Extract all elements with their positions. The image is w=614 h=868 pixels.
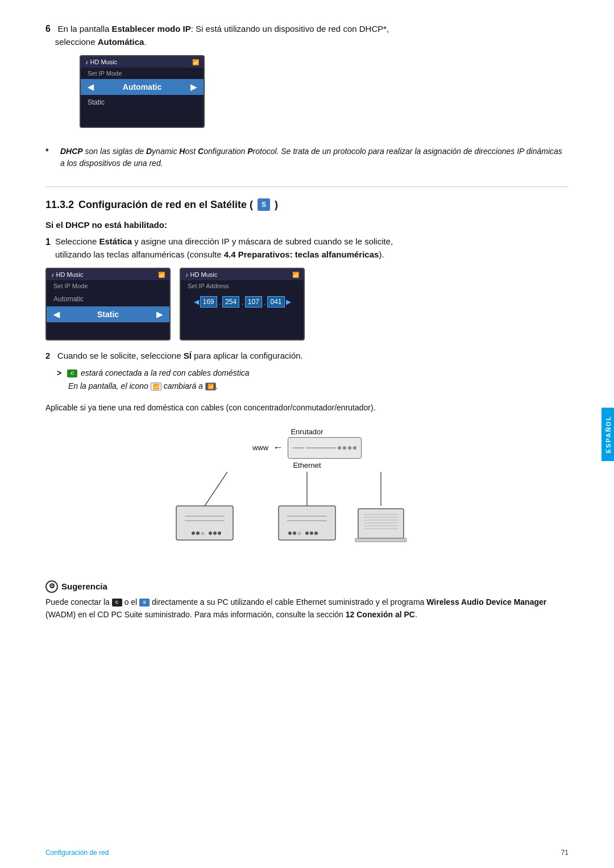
screen-set-ip-address: ♪ HD Music 📶 Set IP Address ◀ 169 . 254 … bbox=[180, 268, 305, 340]
sugerencia-title: ⚙ Sugerencia bbox=[45, 580, 569, 593]
svg-point-9 bbox=[209, 531, 212, 535]
music-icon-right: ♪ HD Music bbox=[185, 271, 217, 278]
step-1-description: Seleccione Estática y asigne una direcci… bbox=[55, 235, 393, 261]
screen-set-ip-mode-static: ♪ HD Music 📶 Set IP Mode Automatic ◀ Sta… bbox=[45, 268, 171, 340]
static-selected: ◀ Static ▶ bbox=[47, 306, 169, 322]
router-dot-3 bbox=[348, 446, 351, 450]
signal-icon-right: 📶 bbox=[292, 272, 299, 278]
svg-rect-21 bbox=[358, 509, 404, 538]
step-6-number: 6 bbox=[45, 24, 51, 34]
asterisk-symbol: * bbox=[45, 146, 55, 169]
svg-point-18 bbox=[305, 531, 309, 535]
ip-address-display: ◀ 169 . 254 . 107 . 041 ▶ bbox=[181, 292, 304, 312]
left-arrow-router: ← bbox=[273, 442, 283, 454]
ip-seg-4: 041 bbox=[267, 296, 284, 308]
ip-arrow-right: ▶ bbox=[286, 298, 291, 306]
side-tab-espanol: ESPAÑOL bbox=[601, 407, 614, 460]
network-svg: ⊙ ⊙ bbox=[159, 472, 455, 563]
screen-spacer-left bbox=[47, 322, 169, 339]
set-ip-mode-label-left: Set IP Mode bbox=[47, 280, 169, 292]
section-title-text: Configuración de red en el Satélite ( bbox=[78, 199, 253, 211]
ip-dot-1: . bbox=[219, 298, 221, 306]
arrow-symbol: > bbox=[57, 367, 61, 379]
section-number: 11.3.2 bbox=[45, 199, 74, 211]
satellite-icon: S bbox=[258, 198, 270, 211]
sugerencia-label: Sugerencia bbox=[61, 580, 107, 593]
router-box bbox=[288, 437, 362, 459]
step-6-section: 6 En la pantalla Establecer modo IP: Si … bbox=[45, 23, 569, 130]
section-title-close: ) bbox=[275, 199, 278, 211]
svg-point-19 bbox=[310, 531, 313, 535]
svg-text:⊙: ⊙ bbox=[201, 531, 205, 536]
icon-after: 📶 bbox=[205, 383, 216, 391]
screen-header-1: ♪ HD Music 📶 bbox=[81, 56, 204, 68]
set-ip-mode-label: Set IP Mode bbox=[81, 68, 204, 79]
screen-spacer-1 bbox=[81, 110, 204, 127]
router-label: Enrutador bbox=[291, 427, 323, 436]
arrow-right-1: ▶ bbox=[190, 82, 197, 92]
dhcp-note-text: DHCP son las siglas de Dynamic Host Conf… bbox=[60, 146, 569, 169]
router-line-1 bbox=[293, 447, 304, 448]
svg-point-6 bbox=[192, 531, 195, 535]
static-label-1: Static bbox=[81, 95, 204, 110]
page-footer: Configuración de red 71 bbox=[0, 849, 614, 857]
screen-set-ip-mode-auto: ♪ HD Music 📶 Set IP Mode ◀ Automatic ▶ S… bbox=[80, 55, 205, 128]
svg-point-10 bbox=[213, 531, 217, 535]
arrow-left-1: ◀ bbox=[88, 82, 94, 92]
sugerencia-section: ⚙ Sugerencia Puede conectar la C o el S … bbox=[45, 580, 569, 621]
automatic-not-selected: Automatic bbox=[47, 292, 169, 306]
ip-dot-2: . bbox=[241, 298, 243, 306]
step-6-text: En la pantalla Establecer modo IP: Si es… bbox=[45, 24, 389, 47]
arrow-left-static: ◀ bbox=[53, 310, 60, 319]
svg-point-11 bbox=[218, 531, 221, 535]
ip-arrow-left: ◀ bbox=[194, 298, 199, 306]
svg-point-16 bbox=[293, 531, 296, 535]
network-diagram: Enrutador www ← Ethernet bbox=[45, 427, 569, 563]
step-1-screens-row: ♪ HD Music 📶 Set IP Mode Automatic ◀ Sta… bbox=[45, 268, 569, 340]
step-2-number: 2 bbox=[45, 351, 50, 360]
section-divider bbox=[45, 186, 569, 187]
footer-page-number: 71 bbox=[561, 849, 569, 857]
router-line-2 bbox=[306, 447, 336, 448]
arrow-right-static: ▶ bbox=[156, 310, 163, 319]
dhcp-not-enabled-title: Si el DHCP no está habilitado: bbox=[45, 220, 569, 230]
ip-dot-3: . bbox=[264, 298, 266, 306]
svg-point-15 bbox=[288, 531, 292, 535]
svg-rect-28 bbox=[355, 538, 406, 542]
step-6-paragraph: 6 En la pantalla Establecer modo IP: Si … bbox=[45, 23, 569, 48]
device-s-icon: S bbox=[139, 599, 150, 607]
automatic-selected: ◀ Automatic ▶ bbox=[81, 79, 204, 95]
ip-seg-2: 254 bbox=[222, 296, 239, 308]
static-label: Static bbox=[97, 310, 119, 319]
applicable-note: Aplicable si ya tiene una red doméstica … bbox=[45, 402, 569, 414]
svg-line-0 bbox=[205, 472, 227, 506]
router-dot-2 bbox=[343, 446, 346, 450]
step-1-text-line: 1 Seleccione Estática y asigne una direc… bbox=[45, 235, 569, 261]
screen-header-right: ♪ HD Music 📶 bbox=[181, 269, 304, 280]
automatic-label: Automatic bbox=[123, 82, 161, 92]
page-container: ESPAÑOL 6 En la pantalla Establecer modo… bbox=[0, 0, 614, 655]
step-2-section: 2 Cuando se le solicite, seleccione SÍ p… bbox=[45, 350, 569, 391]
router-row: www ← bbox=[252, 437, 362, 459]
dhcp-note: * DHCP son las siglas de Dynamic Host Co… bbox=[45, 146, 569, 169]
screen-spacer-right bbox=[181, 312, 304, 329]
music-icon-left: ♪ HD Music bbox=[51, 271, 83, 278]
step-1-section: 1 Seleccione Estática y asigne una direc… bbox=[45, 235, 569, 340]
step-2-change-note: En la pantalla, el icono 📶 cambiará a 📶. bbox=[68, 381, 569, 391]
ip-seg-3: 107 bbox=[245, 296, 262, 308]
music-icon: ♪ HD Music bbox=[85, 59, 117, 65]
sugerencia-text: Puede conectar la C o el S directamente … bbox=[45, 596, 569, 621]
set-ip-address-label: Set IP Address bbox=[181, 280, 304, 292]
ethernet-label: Ethernet bbox=[293, 461, 321, 470]
device-c-icon-2: C bbox=[112, 599, 122, 607]
svg-point-7 bbox=[196, 531, 200, 535]
svg-point-20 bbox=[314, 531, 318, 535]
device-c-icon: C bbox=[67, 369, 77, 377]
footer-section-name: Configuración de red bbox=[45, 849, 109, 857]
svg-text:⊙: ⊙ bbox=[297, 531, 301, 536]
signal-icon-left: 📶 bbox=[158, 272, 165, 278]
step-6-screens: ♪ HD Music 📶 Set IP Mode ◀ Automatic ▶ S… bbox=[80, 55, 569, 130]
step-2-bullet-1: > C estará conectada a la red con cables… bbox=[57, 367, 569, 379]
www-label: www bbox=[252, 443, 268, 452]
signal-icon-1: 📶 bbox=[192, 59, 199, 65]
